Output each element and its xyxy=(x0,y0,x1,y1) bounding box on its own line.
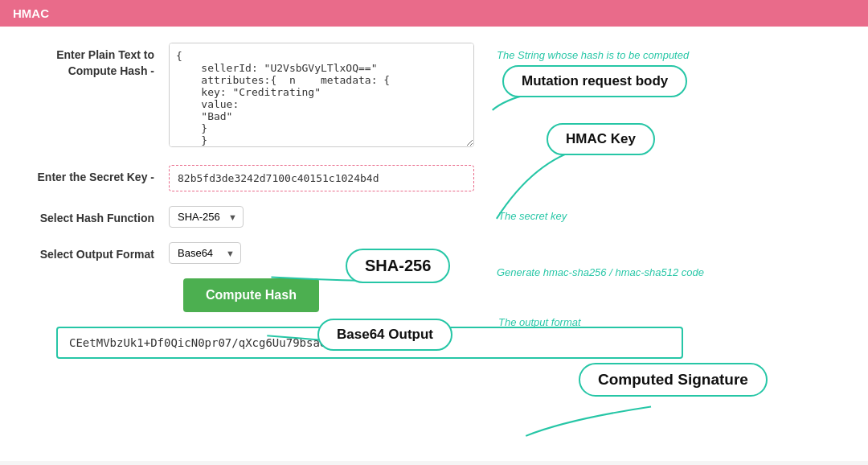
hash-function-label: Select Hash Function xyxy=(24,206,169,227)
generate-hint: Generate hmac-sha256 / hmac-sha512 code xyxy=(497,266,704,278)
plain-text-input[interactable] xyxy=(169,43,474,147)
title-bar: HMAC xyxy=(0,0,868,27)
title-label: HMAC xyxy=(13,6,49,20)
compute-hash-button[interactable]: Compute Hash xyxy=(183,278,319,312)
hash-function-row: Select Hash Function SHA-256 SHA-512 ▼ xyxy=(24,206,844,228)
computed-signature-bubble: Computed Signature xyxy=(579,363,768,397)
plain-text-row: Enter Plain Text toCompute Hash - xyxy=(24,43,844,150)
secret-key-input[interactable] xyxy=(169,165,474,191)
result-row xyxy=(56,327,844,359)
output-format-row: Select Output Format Base64 Hex ▼ xyxy=(24,242,844,264)
compute-button-row: Compute Hash xyxy=(183,278,844,312)
secret-key-wrap xyxy=(169,165,474,191)
secret-key-label: Enter the Secret Key - xyxy=(24,165,169,186)
plain-text-wrap xyxy=(169,43,474,150)
result-input[interactable] xyxy=(56,327,683,359)
secret-key-row: Enter the Secret Key - xyxy=(24,165,844,191)
plain-text-label: Enter Plain Text toCompute Hash - xyxy=(24,43,169,79)
hash-function-wrap: SHA-256 SHA-512 ▼ xyxy=(169,206,244,228)
output-format-wrap: Base64 Hex ▼ xyxy=(169,242,241,264)
format-select-wrap: Base64 Hex ▼ xyxy=(169,242,241,264)
hash-function-select[interactable]: SHA-256 SHA-512 xyxy=(169,206,244,228)
hash-select-wrap: SHA-256 SHA-512 ▼ xyxy=(169,206,244,228)
output-format-label: Select Output Format xyxy=(24,242,169,263)
output-format-select[interactable]: Base64 Hex xyxy=(169,242,241,264)
